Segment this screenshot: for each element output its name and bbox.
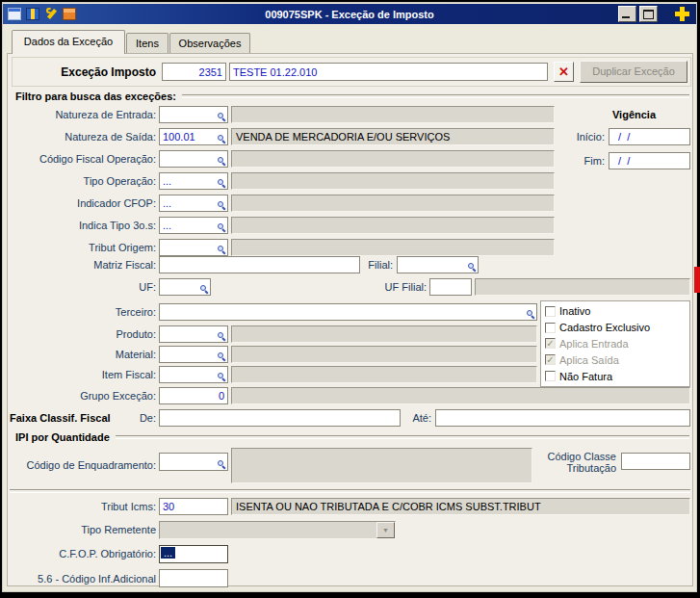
tipo-remetente-combo[interactable]: ▼ bbox=[159, 521, 396, 539]
uf-filial-field bbox=[429, 278, 472, 296]
lookup-icon[interactable] bbox=[218, 332, 226, 341]
flags-group: Inativo Cadastro Exclusivo ✓ Aplica Entr… bbox=[540, 300, 690, 387]
tipo-operacao-desc bbox=[231, 172, 555, 190]
faixa-ate-input[interactable] bbox=[435, 409, 690, 427]
lookup-icon[interactable] bbox=[200, 285, 209, 294]
lookup-icon[interactable] bbox=[218, 223, 226, 232]
enquadramento-desc bbox=[231, 448, 532, 483]
wrench-icon[interactable] bbox=[44, 8, 58, 20]
red-edge-marker bbox=[694, 267, 700, 293]
filtro-section-header: Filtro para busca das exceções: bbox=[15, 91, 689, 102]
label-uf: UF: bbox=[8, 281, 156, 294]
filial-input[interactable] bbox=[397, 256, 479, 273]
faixa-ate-field bbox=[435, 409, 690, 427]
label-excecao-imposto: Exceção Imposto bbox=[13, 66, 156, 79]
checkbox-cadastro-exclusivo[interactable]: Cadastro Exclusivo bbox=[543, 320, 687, 336]
filtro-divider bbox=[182, 94, 689, 98]
lookup-icon[interactable] bbox=[218, 113, 226, 121]
grupo-excecao-input[interactable] bbox=[159, 387, 228, 404]
codigo-inf-adicional-input[interactable] bbox=[159, 569, 228, 587]
checkbox-label: Cadastro Exclusivo bbox=[559, 322, 650, 333]
checkbox-box[interactable] bbox=[545, 306, 556, 317]
tipo-remetente-dropdown-button[interactable]: ▼ bbox=[376, 522, 395, 538]
app-window: 009075SPK - Exceção de Imposto Dados da … bbox=[0, 0, 700, 598]
excecao-description-field bbox=[229, 63, 548, 81]
faixa-title: Faixa Classif. Fiscal bbox=[10, 412, 130, 425]
lookup-icon[interactable] bbox=[218, 201, 226, 210]
maximize-button[interactable] bbox=[639, 6, 658, 22]
window-title: 009075SPK - Exceção de Imposto bbox=[3, 9, 696, 20]
vigencia-inicio-input[interactable] bbox=[609, 128, 690, 145]
lookup-icon[interactable] bbox=[527, 310, 535, 319]
checkbox-nao-fatura[interactable]: Não Fatura bbox=[543, 368, 687, 384]
label-classe-tributacao-2: Tributação bbox=[531, 462, 616, 475]
vigencia-fim-input[interactable] bbox=[609, 152, 690, 169]
vigencia-fim-field bbox=[609, 152, 690, 169]
ipi-divider bbox=[116, 435, 689, 439]
grupo-excecao-desc bbox=[231, 387, 690, 404]
label-tribut-origem: Tribut Origem: bbox=[8, 242, 156, 254]
filtro-title: Filtro para busca das exceções: bbox=[15, 91, 176, 102]
delete-button[interactable]: ✕ bbox=[554, 62, 574, 82]
lookup-icon[interactable] bbox=[218, 352, 226, 361]
lookup-icon[interactable] bbox=[218, 460, 226, 469]
tab-observacoes[interactable]: Observações bbox=[169, 33, 250, 54]
tribut-icms-input[interactable] bbox=[159, 498, 228, 515]
window-icon[interactable] bbox=[8, 8, 21, 20]
checkbox-label: Aplica Saída bbox=[559, 354, 619, 366]
checkbox-box: ✓ bbox=[545, 338, 556, 349]
terceiro-input[interactable] bbox=[159, 303, 537, 321]
package-icon[interactable] bbox=[63, 8, 76, 20]
classe-tributacao-input[interactable] bbox=[621, 453, 690, 470]
tab-itens[interactable]: Itens bbox=[126, 33, 169, 54]
label-indica-tipo: Indica Tipo 3o.s: bbox=[8, 220, 156, 232]
filial-field bbox=[397, 256, 479, 273]
tribut-origem-field bbox=[159, 239, 228, 256]
checkbox-box[interactable] bbox=[545, 323, 556, 333]
lookup-icon[interactable] bbox=[468, 263, 477, 272]
label-matriz-fiscal: Matriz Fiscal: bbox=[8, 259, 156, 272]
material-field bbox=[159, 346, 228, 363]
enquadramento-field bbox=[159, 453, 228, 471]
checkbox-label: Aplica Entrada bbox=[559, 338, 629, 350]
lookup-icon[interactable] bbox=[218, 246, 226, 254]
natureza-saida-desc: VENDA DE MERCADORIA E/OU SERVIÇOS bbox=[231, 128, 555, 145]
uf-field bbox=[159, 278, 211, 296]
uf-filial-input[interactable] bbox=[429, 278, 472, 296]
minimize-button[interactable] bbox=[618, 6, 636, 22]
label-produto: Produto: bbox=[8, 328, 156, 341]
label-tipo-operacao: Tipo Operação: bbox=[8, 175, 156, 188]
lookup-icon[interactable] bbox=[218, 157, 226, 166]
faixa-de-input[interactable] bbox=[159, 409, 401, 427]
classe-tributacao-field bbox=[621, 453, 690, 470]
excecao-description-input[interactable] bbox=[229, 63, 548, 81]
grupo-excecao-field bbox=[159, 387, 228, 404]
columns-icon[interactable] bbox=[26, 8, 39, 20]
lookup-icon[interactable] bbox=[218, 135, 226, 143]
tab-dados-da-excecao[interactable]: Dados da Exceção bbox=[12, 30, 125, 54]
ipi-title: IPI por Quantidade bbox=[15, 431, 110, 443]
indicador-cfop-field bbox=[159, 195, 228, 212]
checkbox-inativo[interactable]: Inativo bbox=[543, 303, 687, 320]
checkbox-box[interactable] bbox=[545, 371, 556, 381]
tipo-remetente-value bbox=[160, 522, 376, 538]
title-bar: 009075SPK - Exceção de Imposto bbox=[3, 4, 696, 24]
label-natureza-entrada: Natureza de Entrada: bbox=[8, 109, 156, 121]
excecao-code-input[interactable] bbox=[162, 63, 226, 81]
separator-line bbox=[10, 489, 690, 493]
duplicate-button[interactable]: Duplicar Exceção bbox=[580, 61, 687, 83]
vigencia-title: Vigência bbox=[578, 109, 690, 121]
cfop-obrigatorio-field[interactable]: ... bbox=[159, 545, 228, 563]
plus-icon[interactable] bbox=[674, 6, 690, 22]
checkbox-label: Inativo bbox=[559, 305, 590, 317]
label-tribut-icms: Tribut Icms: bbox=[8, 501, 156, 513]
label-indicador-cfop: Indicador CFOP: bbox=[8, 197, 156, 210]
ipi-section-header: IPI por Quantidade bbox=[15, 431, 689, 443]
label-codigo-fiscal: Código Fiscal Operação: bbox=[8, 153, 156, 166]
chevron-down-icon: ▼ bbox=[382, 527, 389, 533]
lookup-icon[interactable] bbox=[218, 373, 226, 381]
tribut-origem-desc bbox=[231, 239, 555, 256]
natureza-entrada-field bbox=[159, 106, 228, 123]
label-tipo-remetente: Tipo Remetente bbox=[8, 524, 156, 536]
lookup-icon[interactable] bbox=[218, 179, 226, 188]
